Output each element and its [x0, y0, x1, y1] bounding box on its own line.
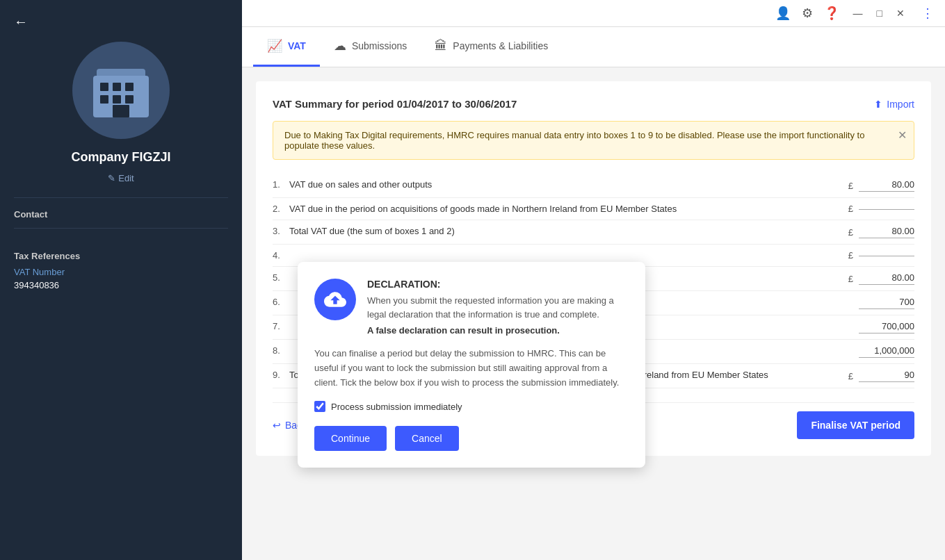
import-icon: ⬆	[874, 99, 882, 110]
minimize-button[interactable]: —	[853, 8, 863, 19]
building-icon	[86, 55, 156, 126]
company-name: Company FIGZJI	[71, 150, 170, 165]
payments-tab-icon: 🏛	[435, 39, 447, 53]
vat-row-6-num: 6.	[273, 297, 289, 307]
vat-row-1: 1. VAT due on sales and other outputs £ …	[273, 174, 914, 198]
submissions-tab-icon: ☁	[334, 38, 346, 53]
divider-1	[14, 197, 228, 198]
vat-row-5-amount: £ 80.00	[831, 272, 914, 285]
divider-2	[14, 228, 228, 229]
vat-row-6-value: 700	[859, 297, 914, 309]
help-icon[interactable]: ❓	[824, 6, 839, 21]
vat-row-5-num: 5.	[273, 272, 289, 283]
content-area: VAT Summary for period 01/04/2017 to 30/…	[242, 67, 945, 560]
vat-row-3-label: Total VAT due (the sum of boxes 1 and 2)	[289, 226, 831, 236]
vat-row-2-value	[859, 208, 914, 210]
tab-vat[interactable]: 📈 VAT	[253, 27, 320, 67]
modal-cancel-button[interactable]: Cancel	[395, 426, 459, 451]
contact-label: Contact	[14, 209, 228, 220]
modal-buttons: Continue Cancel	[314, 426, 629, 451]
vat-row-1-label: VAT due on sales and other outputs	[289, 179, 831, 190]
process-immediately-label: Process submission immediately	[331, 402, 462, 412]
vat-row-3-amount: £ 80.00	[831, 226, 914, 238]
vat-row-1-num: 1.	[273, 179, 289, 190]
vat-row-3-value: 80.00	[859, 226, 914, 238]
vat-row-8-value: 1,000,000	[859, 345, 914, 358]
modal-title: DECLARATION:	[367, 279, 629, 290]
vat-tab-icon: 📈	[267, 38, 282, 53]
declaration-modal: DECLARATION: When you submit the request…	[298, 262, 645, 468]
edit-button[interactable]: ✎ Edit	[108, 173, 134, 183]
main-area: 👤 ⚙ ❓ — □ ✕ ⋮ 📈 VAT ☁ Submissions 🏛 Paym…	[242, 0, 945, 560]
vat-row-6-amount: 700	[831, 297, 914, 309]
tab-payments[interactable]: 🏛 Payments & Liabilities	[421, 28, 562, 67]
modal-header: DECLARATION: When you submit the request…	[314, 279, 629, 336]
vat-row-4-pound: £	[848, 250, 853, 261]
vat-row-5-value: 80.00	[859, 272, 914, 285]
tax-references-label: Tax References	[14, 251, 228, 261]
vat-row-8-amount: 1,000,000	[831, 345, 914, 358]
finalise-vat-button[interactable]: Finalise VAT period	[797, 411, 914, 439]
vat-row-4-num: 4.	[273, 250, 289, 261]
card-title: VAT Summary for period 01/04/2017 to 30/…	[273, 98, 517, 110]
vat-row-7-amount: 700,000	[831, 321, 914, 333]
tab-submissions[interactable]: ☁ Submissions	[320, 27, 421, 67]
vat-row-9-num: 9.	[273, 370, 289, 380]
vat-row-3-num: 3.	[273, 226, 289, 236]
content-wrapper: VAT Summary for period 01/04/2017 to 30/…	[256, 81, 931, 456]
process-immediately-checkbox[interactable]	[314, 401, 325, 412]
svg-rect-8	[113, 105, 129, 117]
vat-row-2-label: VAT due in the period on acquisitions of…	[289, 204, 831, 214]
upload-icon	[314, 279, 356, 320]
vat-row-4-amount: £	[831, 250, 914, 261]
vat-row-9-pound: £	[848, 371, 853, 381]
vat-row-1-value: 80.00	[859, 179, 914, 192]
vat-row-5-pound: £	[848, 274, 853, 284]
user-icon[interactable]: 👤	[775, 6, 791, 21]
import-button[interactable]: ⬆ Import	[874, 99, 914, 110]
modal-description: When you submit the requested informatio…	[367, 294, 629, 321]
vat-row-7-num: 7.	[273, 321, 289, 331]
topbar: 👤 ⚙ ❓ — □ ✕ ⋮	[242, 0, 945, 27]
modal-header-text: DECLARATION: When you submit the request…	[367, 279, 629, 336]
close-button[interactable]: ✕	[896, 8, 905, 19]
vat-number-label: VAT Number	[14, 267, 228, 277]
svg-rect-6	[113, 95, 121, 104]
vat-row-2-amount: £	[831, 204, 914, 214]
back-icon: ↩	[273, 420, 281, 431]
svg-rect-2	[100, 83, 108, 91]
vat-row-9-amount: £ 90	[831, 370, 914, 382]
svg-rect-5	[100, 95, 108, 104]
vat-row-1-pound: £	[848, 181, 853, 191]
more-options-icon[interactable]: ⋮	[921, 6, 934, 21]
sidebar: ← Company FIGZJI ✎ Edit Contact Tax Refe…	[0, 0, 242, 560]
back-button[interactable]: ←	[14, 14, 28, 30]
svg-rect-7	[125, 95, 134, 104]
vat-row-3-pound: £	[848, 227, 853, 238]
modal-checkbox-row: Process submission immediately	[314, 401, 629, 412]
card-header: VAT Summary for period 01/04/2017 to 30/…	[273, 98, 914, 110]
modal-body: You can finalise a period but delay the …	[314, 347, 629, 390]
alert-text: Due to Making Tax Digital requirements, …	[284, 130, 864, 151]
pencil-icon: ✎	[108, 173, 115, 183]
settings-icon[interactable]: ⚙	[802, 6, 813, 21]
vat-row-8-num: 8.	[273, 345, 289, 356]
vat-number-value: 394340836	[14, 280, 228, 290]
vat-row-2-num: 2.	[273, 204, 289, 214]
maximize-button[interactable]: □	[877, 8, 882, 19]
alert-close-button[interactable]: ✕	[898, 129, 907, 142]
vat-row-4-value	[859, 254, 914, 256]
vat-row-2-pound: £	[848, 204, 853, 214]
vat-row-7-value: 700,000	[859, 321, 914, 333]
svg-rect-3	[113, 83, 121, 91]
vat-row-9-value: 90	[859, 370, 914, 382]
tabs-bar: 📈 VAT ☁ Submissions 🏛 Payments & Liabili…	[242, 27, 945, 67]
modal-continue-button[interactable]: Continue	[314, 426, 387, 451]
vat-row-1-amount: £ 80.00	[831, 179, 914, 192]
alert-box: Due to Making Tax Digital requirements, …	[273, 121, 914, 160]
modal-warning: A false declaration can result in prosec…	[367, 325, 629, 336]
svg-rect-4	[125, 83, 134, 91]
vat-row-2: 2. VAT due in the period on acquisitions…	[273, 198, 914, 220]
company-avatar	[72, 42, 170, 139]
vat-row-3: 3. Total VAT due (the sum of boxes 1 and…	[273, 220, 914, 245]
